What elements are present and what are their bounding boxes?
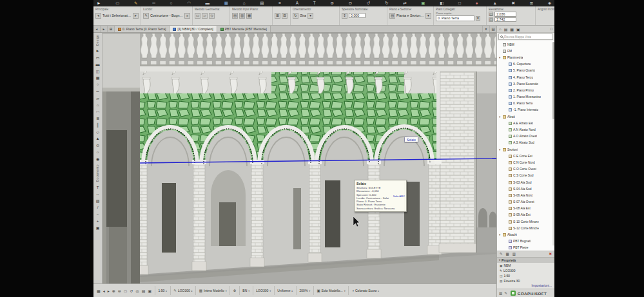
quick-option[interactable]: 1:50 ▸ bbox=[155, 286, 170, 295]
toolbar-icon[interactable]: ◧ bbox=[440, 0, 444, 6]
host-story-dropdown-icon[interactable]: ▾ bbox=[476, 16, 480, 21]
element-prev-icon[interactable]: ◂ bbox=[95, 13, 101, 19]
tree-item[interactable]: S-12 Corte Minore bbox=[497, 225, 554, 231]
tree-item[interactable]: C.E Corte Est bbox=[497, 153, 554, 159]
toolbar-icon[interactable]: ↺ bbox=[367, 0, 370, 6]
toolbar-icon[interactable]: ► bbox=[97, 0, 101, 6]
viewport-3d[interactable]: Solaio Solaio Struttura: SOLETTE Elevazi… bbox=[102, 33, 496, 283]
navigator-mini-icon[interactable]: ▦ bbox=[506, 252, 509, 256]
toolbox-tool[interactable]: ▱ bbox=[94, 95, 102, 102]
status-left-icon[interactable]: ◂ bbox=[103, 289, 105, 293]
toolbox-tool[interactable]: ⊙ bbox=[94, 142, 102, 149]
tree-item[interactable]: ▾ Abachi bbox=[497, 231, 554, 238]
toolbox-tool[interactable]: T bbox=[94, 184, 102, 191]
tab-bar-icon[interactable]: ⊞ bbox=[108, 26, 115, 32]
status-left-icon[interactable]: ↺ bbox=[130, 289, 133, 293]
orientation-value[interactable]: Gira bbox=[300, 14, 306, 17]
thickness-icon[interactable]: ⇕ bbox=[342, 13, 347, 19]
properties-header[interactable]: ▾ Proprietà bbox=[497, 258, 554, 263]
status-left-icon[interactable]: ▦ bbox=[97, 289, 101, 293]
toolbox-tool[interactable]: + bbox=[94, 218, 102, 225]
toolbox-tool[interactable]: ~ bbox=[94, 211, 102, 218]
toolbox-tool[interactable]: ↔ bbox=[94, 191, 102, 198]
toolbox-tool[interactable]: ◫ bbox=[94, 68, 102, 75]
toolbar-icon[interactable]: ≡ bbox=[278, 0, 281, 6]
status-left-icon[interactable]: ▣ bbox=[148, 289, 151, 293]
navigator-mini-icon[interactable]: ✎ bbox=[500, 252, 503, 256]
orientation-dropdown-icon[interactable]: ▾ bbox=[307, 13, 313, 19]
toolbar-icon[interactable]: ⇄ bbox=[403, 0, 406, 6]
display-mode-icon[interactable]: ▤ bbox=[389, 13, 395, 19]
tree-item[interactable]: S-10 Corte Minore bbox=[497, 218, 554, 225]
brand-bar-icon[interactable]: ▥ bbox=[499, 291, 502, 295]
quick-option[interactable]: 200% ▾ bbox=[296, 286, 313, 295]
view-tab[interactable]: 0. Piano Terra [0. Piano Terra] bbox=[115, 26, 170, 32]
toolbar-icon[interactable]: ▭ bbox=[115, 0, 119, 6]
rotate-icon[interactable]: ↻ bbox=[293, 13, 298, 19]
element-next-icon[interactable]: ▸ bbox=[133, 13, 139, 19]
tree-item[interactable]: A.S Alzato Sud bbox=[497, 140, 554, 146]
toolbar-icon[interactable]: ✎ bbox=[134, 0, 137, 6]
tree-item[interactable]: S-04 Ala Sud bbox=[497, 186, 554, 192]
geometry-poly-icon[interactable]: ▱ bbox=[202, 13, 208, 19]
navigator-toolbar-icon[interactable]: ▦ bbox=[510, 27, 514, 32]
toolbox-tool[interactable]: ◉ bbox=[94, 156, 102, 163]
toolbar-icon[interactable]: T bbox=[313, 0, 316, 6]
tab-bar-right-icon[interactable]: ▾ bbox=[482, 26, 489, 32]
input-plane-b-icon[interactable]: ▥ bbox=[239, 13, 245, 19]
close-panel-icon[interactable]: ✖ bbox=[549, 252, 552, 256]
tree-item[interactable]: A.O Alzato Ovest bbox=[497, 133, 554, 140]
selection-count[interactable]: Tutti i Selezionati: 1 bbox=[102, 14, 132, 17]
tree-item[interactable]: C.N Corte Nord bbox=[497, 159, 554, 166]
tree-item[interactable]: 4. Piano Terzo bbox=[497, 74, 554, 81]
toolbox-tool[interactable]: ☼ bbox=[94, 149, 102, 156]
toolbar-icon[interactable]: ◠ bbox=[187, 0, 191, 6]
extra-a-icon[interactable]: ⊞ bbox=[275, 13, 280, 19]
toolbar-icon[interactable]: ═ bbox=[152, 0, 155, 6]
status-left-icon[interactable]: ⊖ bbox=[118, 289, 121, 293]
navigator-mini-icon[interactable]: ▥ bbox=[512, 252, 516, 256]
view-tab[interactable]: [1] NBM [3D / Completo] bbox=[170, 26, 217, 32]
geometry-rotrect-icon[interactable]: ◇ bbox=[209, 13, 215, 19]
toolbox-tool[interactable]: ► bbox=[94, 48, 102, 55]
toolbox-tool[interactable]: ▣ bbox=[94, 224, 102, 231]
toolbar-icon[interactable]: ▬ bbox=[206, 0, 210, 6]
toolbox-tool[interactable]: ◠ bbox=[94, 108, 102, 115]
toolbox-tool[interactable]: ═ bbox=[94, 88, 102, 95]
tree-item[interactable]: 1. Piano Mezzanino bbox=[497, 94, 554, 101]
status-left-icon[interactable]: ⊕ bbox=[112, 289, 115, 293]
display-mode-dropdown-icon[interactable]: ▾ bbox=[425, 13, 431, 19]
tree-item[interactable]: C.O Corte Ovest bbox=[497, 166, 554, 173]
toolbar-icon[interactable]: □ bbox=[458, 0, 461, 6]
tree-item[interactable]: 5. Piano Quarto bbox=[497, 68, 554, 74]
toolbar-icon[interactable]: ⌂ bbox=[243, 0, 246, 6]
thickness-input[interactable]: 0,000 bbox=[349, 13, 366, 19]
status-left-icon[interactable]: ▭ bbox=[124, 289, 128, 293]
tree-item[interactable]: ▾ Sezioni bbox=[497, 146, 554, 153]
tree-item[interactable]: 6. Copertura bbox=[497, 61, 554, 68]
toolbar-icon[interactable]: ○ bbox=[170, 0, 173, 6]
toolbar-icon[interactable]: ▲ bbox=[493, 0, 496, 6]
status-left-icon[interactable]: ◎ bbox=[135, 289, 139, 293]
toolbox-tool[interactable]: ▲ bbox=[94, 135, 102, 142]
quick-option[interactable]: ▣ Solo Modello... ▾ bbox=[313, 286, 348, 295]
elevation-bottom-input[interactable]: 2,742 bbox=[494, 17, 516, 23]
toolbar-icon[interactable]: ⊖ bbox=[349, 0, 352, 6]
tree-item[interactable]: S-09 Ala Est bbox=[497, 212, 554, 218]
tree-item[interactable]: S-03 Ala Sud bbox=[497, 179, 554, 186]
elevation-bottom-icon[interactable]: ◫ bbox=[489, 17, 493, 22]
toolbox-tool[interactable]: ▬ bbox=[94, 61, 102, 68]
brand-bar-icon[interactable]: ✎ bbox=[504, 291, 507, 295]
status-left-icon[interactable]: ▤ bbox=[142, 289, 146, 293]
elevation-top-icon[interactable]: ◫ bbox=[489, 12, 493, 16]
navigator-toolbar-icon[interactable]: ▤ bbox=[504, 27, 508, 32]
status-left-icon[interactable]: ▸ bbox=[108, 289, 110, 293]
navigator-scrollbar[interactable] bbox=[552, 42, 554, 245]
toolbox-tool[interactable]: ◇ bbox=[94, 129, 102, 136]
tree-item[interactable]: ▾ Planimetria bbox=[497, 54, 554, 61]
tree-item[interactable]: PBT Bugnati bbox=[497, 238, 554, 245]
tree-item[interactable]: C.S Corte Sud bbox=[497, 173, 554, 179]
quick-option[interactable]: Uniforme ▸ bbox=[274, 286, 296, 295]
toolbox-tool[interactable]: ▨ bbox=[94, 197, 102, 204]
tree-item[interactable]: PBT Pietre bbox=[497, 245, 554, 251]
